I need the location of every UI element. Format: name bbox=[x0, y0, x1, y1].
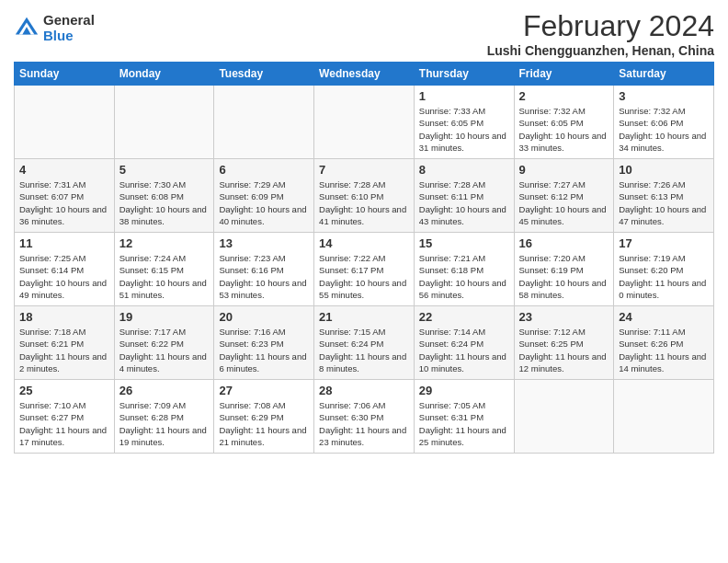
day-number: 14 bbox=[319, 236, 409, 250]
day-number: 29 bbox=[419, 384, 509, 397]
header: General Blue February 2024 Lushi Chenggu… bbox=[14, 9, 714, 58]
calendar-cell: 9Sunrise: 7:27 AMSunset: 6:12 PMDaylight… bbox=[514, 159, 614, 233]
calendar-cell: 5Sunrise: 7:30 AMSunset: 6:08 PMDaylight… bbox=[114, 159, 214, 233]
logo: General Blue bbox=[14, 13, 95, 43]
calendar-cell: 22Sunrise: 7:14 AMSunset: 6:24 PMDayligh… bbox=[414, 306, 514, 380]
calendar-table: SundayMondayTuesdayWednesdayThursdayFrid… bbox=[14, 62, 714, 454]
day-number: 5 bbox=[119, 163, 210, 177]
weekday-header-sunday: Sunday bbox=[15, 63, 115, 86]
calendar-cell: 16Sunrise: 7:20 AMSunset: 6:19 PMDayligh… bbox=[514, 233, 614, 306]
calendar-cell: 8Sunrise: 7:28 AMSunset: 6:11 PMDaylight… bbox=[414, 159, 514, 233]
day-info: Sunrise: 7:32 AMSunset: 6:05 PMDaylight:… bbox=[519, 105, 609, 154]
calendar-cell: 24Sunrise: 7:11 AMSunset: 6:26 PMDayligh… bbox=[614, 306, 714, 380]
day-number: 6 bbox=[219, 163, 309, 177]
day-number: 16 bbox=[519, 236, 609, 250]
calendar-cell: 18Sunrise: 7:18 AMSunset: 6:21 PMDayligh… bbox=[15, 306, 115, 380]
calendar-cell bbox=[214, 86, 314, 159]
day-info: Sunrise: 7:32 AMSunset: 6:06 PMDaylight:… bbox=[619, 105, 709, 154]
location-title: Lushi Chengguanzhen, Henan, China bbox=[487, 43, 714, 58]
day-info: Sunrise: 7:26 AMSunset: 6:13 PMDaylight:… bbox=[619, 178, 709, 227]
calendar-cell bbox=[15, 86, 115, 159]
calendar-cell: 12Sunrise: 7:24 AMSunset: 6:15 PMDayligh… bbox=[114, 233, 214, 306]
day-number: 21 bbox=[319, 310, 409, 324]
day-number: 10 bbox=[619, 163, 709, 177]
day-info: Sunrise: 7:17 AMSunset: 6:22 PMDaylight:… bbox=[119, 326, 210, 374]
day-info: Sunrise: 7:28 AMSunset: 6:10 PMDaylight:… bbox=[319, 178, 409, 227]
calendar-cell: 11Sunrise: 7:25 AMSunset: 6:14 PMDayligh… bbox=[15, 233, 115, 306]
calendar-cell: 13Sunrise: 7:23 AMSunset: 6:16 PMDayligh… bbox=[214, 233, 314, 306]
day-number: 26 bbox=[119, 384, 210, 397]
weekday-header-monday: Monday bbox=[114, 63, 214, 86]
calendar-cell: 15Sunrise: 7:21 AMSunset: 6:18 PMDayligh… bbox=[414, 233, 514, 306]
weekday-header-saturday: Saturday bbox=[614, 63, 714, 86]
calendar-cell bbox=[314, 86, 415, 159]
weekday-header-friday: Friday bbox=[514, 63, 614, 86]
calendar-cell: 23Sunrise: 7:12 AMSunset: 6:25 PMDayligh… bbox=[514, 306, 614, 380]
day-number: 3 bbox=[619, 89, 709, 103]
calendar-week-row: 11Sunrise: 7:25 AMSunset: 6:14 PMDayligh… bbox=[15, 233, 714, 306]
day-info: Sunrise: 7:18 AMSunset: 6:21 PMDaylight:… bbox=[19, 326, 109, 374]
day-info: Sunrise: 7:08 AMSunset: 6:29 PMDaylight:… bbox=[219, 399, 309, 448]
calendar-cell: 21Sunrise: 7:15 AMSunset: 6:24 PMDayligh… bbox=[314, 306, 415, 380]
day-info: Sunrise: 7:22 AMSunset: 6:17 PMDaylight:… bbox=[319, 252, 409, 301]
day-info: Sunrise: 7:16 AMSunset: 6:23 PMDaylight:… bbox=[219, 326, 309, 374]
weekday-header-wednesday: Wednesday bbox=[314, 63, 415, 86]
calendar-cell: 25Sunrise: 7:10 AMSunset: 6:27 PMDayligh… bbox=[15, 380, 115, 454]
weekday-header-row: SundayMondayTuesdayWednesdayThursdayFrid… bbox=[15, 63, 714, 86]
day-info: Sunrise: 7:06 AMSunset: 6:30 PMDaylight:… bbox=[319, 399, 409, 448]
weekday-header-tuesday: Tuesday bbox=[214, 63, 314, 86]
day-info: Sunrise: 7:21 AMSunset: 6:18 PMDaylight:… bbox=[419, 252, 509, 301]
day-number: 23 bbox=[519, 310, 609, 324]
day-number: 1 bbox=[419, 89, 509, 103]
day-number: 20 bbox=[219, 310, 309, 324]
day-number: 19 bbox=[119, 310, 210, 324]
weekday-header-thursday: Thursday bbox=[414, 63, 514, 86]
day-info: Sunrise: 7:15 AMSunset: 6:24 PMDaylight:… bbox=[319, 326, 409, 374]
day-number: 4 bbox=[19, 163, 109, 177]
day-info: Sunrise: 7:30 AMSunset: 6:08 PMDaylight:… bbox=[119, 178, 210, 227]
day-number: 22 bbox=[419, 310, 509, 324]
calendar-cell bbox=[614, 380, 714, 454]
day-info: Sunrise: 7:10 AMSunset: 6:27 PMDaylight:… bbox=[19, 399, 109, 448]
calendar-cell: 19Sunrise: 7:17 AMSunset: 6:22 PMDayligh… bbox=[114, 306, 214, 380]
day-info: Sunrise: 7:09 AMSunset: 6:28 PMDaylight:… bbox=[119, 399, 210, 448]
day-info: Sunrise: 7:23 AMSunset: 6:16 PMDaylight:… bbox=[219, 252, 309, 301]
day-number: 7 bbox=[319, 163, 409, 177]
day-number: 9 bbox=[519, 163, 609, 177]
day-info: Sunrise: 7:20 AMSunset: 6:19 PMDaylight:… bbox=[519, 252, 609, 301]
day-number: 11 bbox=[19, 236, 109, 250]
calendar-cell: 4Sunrise: 7:31 AMSunset: 6:07 PMDaylight… bbox=[15, 159, 115, 233]
calendar-cell: 27Sunrise: 7:08 AMSunset: 6:29 PMDayligh… bbox=[214, 380, 314, 454]
day-number: 27 bbox=[219, 384, 309, 397]
calendar-cell: 14Sunrise: 7:22 AMSunset: 6:17 PMDayligh… bbox=[314, 233, 415, 306]
calendar-cell: 2Sunrise: 7:32 AMSunset: 6:05 PMDaylight… bbox=[514, 86, 614, 159]
calendar-cell: 3Sunrise: 7:32 AMSunset: 6:06 PMDaylight… bbox=[614, 86, 714, 159]
calendar-cell: 7Sunrise: 7:28 AMSunset: 6:10 PMDaylight… bbox=[314, 159, 415, 233]
day-info: Sunrise: 7:19 AMSunset: 6:20 PMDaylight:… bbox=[619, 252, 709, 301]
calendar-cell bbox=[514, 380, 614, 454]
calendar-cell: 20Sunrise: 7:16 AMSunset: 6:23 PMDayligh… bbox=[214, 306, 314, 380]
day-info: Sunrise: 7:05 AMSunset: 6:31 PMDaylight:… bbox=[419, 399, 509, 448]
calendar-week-row: 18Sunrise: 7:18 AMSunset: 6:21 PMDayligh… bbox=[15, 306, 714, 380]
day-info: Sunrise: 7:11 AMSunset: 6:26 PMDaylight:… bbox=[619, 326, 709, 374]
calendar-cell bbox=[114, 86, 214, 159]
calendar-week-row: 1Sunrise: 7:33 AMSunset: 6:05 PMDaylight… bbox=[15, 86, 714, 159]
day-info: Sunrise: 7:33 AMSunset: 6:05 PMDaylight:… bbox=[419, 105, 509, 154]
calendar-cell: 29Sunrise: 7:05 AMSunset: 6:31 PMDayligh… bbox=[414, 380, 514, 454]
day-number: 2 bbox=[519, 89, 609, 103]
day-number: 18 bbox=[19, 310, 109, 324]
month-title: February 2024 bbox=[487, 9, 714, 43]
logo-blue-text: Blue bbox=[43, 29, 95, 44]
day-info: Sunrise: 7:31 AMSunset: 6:07 PMDaylight:… bbox=[19, 178, 109, 227]
day-info: Sunrise: 7:29 AMSunset: 6:09 PMDaylight:… bbox=[219, 178, 309, 227]
calendar-cell: 28Sunrise: 7:06 AMSunset: 6:30 PMDayligh… bbox=[314, 380, 415, 454]
day-info: Sunrise: 7:25 AMSunset: 6:14 PMDaylight:… bbox=[19, 252, 109, 301]
calendar-cell: 6Sunrise: 7:29 AMSunset: 6:09 PMDaylight… bbox=[214, 159, 314, 233]
logo-general-text: General bbox=[43, 13, 95, 29]
calendar-week-row: 4Sunrise: 7:31 AMSunset: 6:07 PMDaylight… bbox=[15, 159, 714, 233]
day-number: 13 bbox=[219, 236, 309, 250]
day-number: 24 bbox=[619, 310, 709, 324]
logo-text: General Blue bbox=[43, 13, 95, 43]
day-number: 28 bbox=[319, 384, 409, 397]
day-number: 12 bbox=[119, 236, 210, 250]
